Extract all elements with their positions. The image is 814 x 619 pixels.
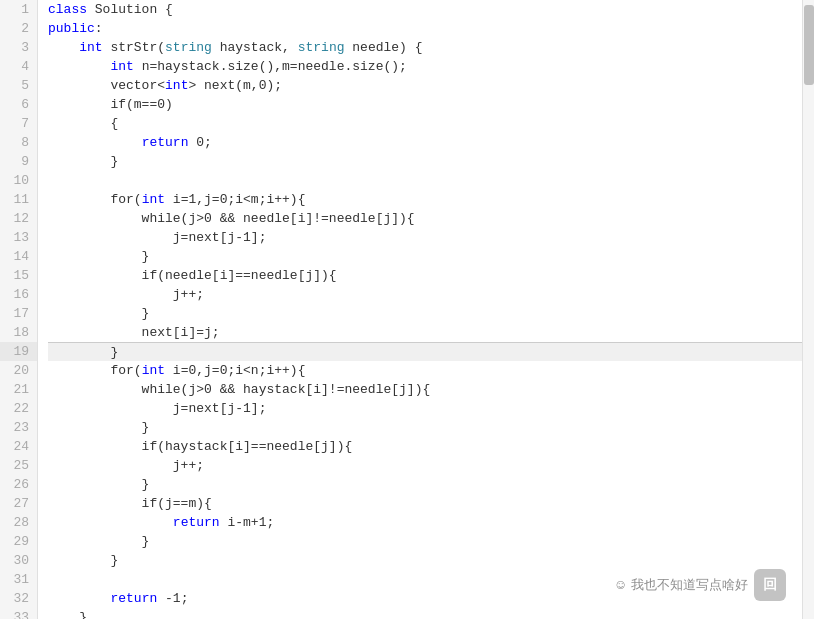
line-number: 21 bbox=[0, 380, 37, 399]
code-line: j=next[j-1]; bbox=[48, 399, 814, 418]
code-line: } bbox=[48, 532, 814, 551]
code-line: } bbox=[48, 551, 814, 570]
code-line: if(haystack[i]==needle[j]){ bbox=[48, 437, 814, 456]
code-line: while(j>0 && needle[i]!=needle[j]){ bbox=[48, 209, 814, 228]
code-line: int strStr(string haystack, string needl… bbox=[48, 38, 814, 57]
code-line: for(int i=0,j=0;i<n;i++){ bbox=[48, 361, 814, 380]
line-number: 24 bbox=[0, 437, 37, 456]
line-number: 30 bbox=[0, 551, 37, 570]
watermark-text: 我也不知道写点啥好 bbox=[631, 576, 748, 594]
line-number: 2 bbox=[0, 19, 37, 38]
line-number: 23 bbox=[0, 418, 37, 437]
line-number: 13 bbox=[0, 228, 37, 247]
code-line: j++; bbox=[48, 456, 814, 475]
code-area[interactable]: class Solution {public: int strStr(strin… bbox=[38, 0, 814, 619]
code-line: j++; bbox=[48, 285, 814, 304]
code-line: } bbox=[48, 304, 814, 323]
code-line: while(j>0 && haystack[i]!=needle[j]){ bbox=[48, 380, 814, 399]
line-number: 11 bbox=[0, 190, 37, 209]
code-line: return i-m+1; bbox=[48, 513, 814, 532]
code-line: } bbox=[48, 152, 814, 171]
code-line bbox=[48, 171, 814, 190]
line-number: 27 bbox=[0, 494, 37, 513]
scrollbar-track[interactable] bbox=[802, 0, 814, 619]
line-number: 14 bbox=[0, 247, 37, 266]
code-line: if(j==m){ bbox=[48, 494, 814, 513]
line-number: 15 bbox=[0, 266, 37, 285]
code-line: class Solution { bbox=[48, 0, 814, 19]
line-number: 7 bbox=[0, 114, 37, 133]
code-line: { bbox=[48, 114, 814, 133]
code-line: if(m==0) bbox=[48, 95, 814, 114]
line-number: 8 bbox=[0, 133, 37, 152]
watermark: ☺ 我也不知道写点啥好 回 bbox=[617, 569, 786, 601]
code-line: next[i]=j; bbox=[48, 323, 814, 342]
line-number: 4 bbox=[0, 57, 37, 76]
line-number: 16 bbox=[0, 285, 37, 304]
line-number: 33 bbox=[0, 608, 37, 619]
line-number: 28 bbox=[0, 513, 37, 532]
line-number: 22 bbox=[0, 399, 37, 418]
line-number: 19 bbox=[0, 342, 37, 361]
code-line: return 0; bbox=[48, 133, 814, 152]
code-line: public: bbox=[48, 19, 814, 38]
code-line: } bbox=[48, 475, 814, 494]
code-line: int n=haystack.size(),m=needle.size(); bbox=[48, 57, 814, 76]
line-number: 26 bbox=[0, 475, 37, 494]
line-number: 1 bbox=[0, 0, 37, 19]
line-number: 3 bbox=[0, 38, 37, 57]
code-line: j=next[j-1]; bbox=[48, 228, 814, 247]
line-number: 12 bbox=[0, 209, 37, 228]
code-line: vector<int> next(m,0); bbox=[48, 76, 814, 95]
code-line: } bbox=[48, 418, 814, 437]
code-line: } bbox=[48, 247, 814, 266]
line-number: 6 bbox=[0, 95, 37, 114]
scrollbar-thumb[interactable] bbox=[804, 5, 814, 85]
line-number: 18 bbox=[0, 323, 37, 342]
line-number: 5 bbox=[0, 76, 37, 95]
line-number: 17 bbox=[0, 304, 37, 323]
line-number: 10 bbox=[0, 171, 37, 190]
watermark-emoji: ☺ bbox=[617, 577, 625, 593]
line-number: 31 bbox=[0, 570, 37, 589]
watermark-icon: 回 bbox=[754, 569, 786, 601]
line-number: 9 bbox=[0, 152, 37, 171]
line-number: 29 bbox=[0, 532, 37, 551]
line-number: 32 bbox=[0, 589, 37, 608]
editor-container: 1234567891011121314151617181920212223242… bbox=[0, 0, 814, 619]
code-line: } bbox=[48, 608, 814, 619]
line-numbers: 1234567891011121314151617181920212223242… bbox=[0, 0, 38, 619]
line-number: 20 bbox=[0, 361, 37, 380]
code-line: if(needle[i]==needle[j]){ bbox=[48, 266, 814, 285]
code-line: for(int i=1,j=0;i<m;i++){ bbox=[48, 190, 814, 209]
line-number: 25 bbox=[0, 456, 37, 475]
code-line: } bbox=[48, 342, 814, 361]
